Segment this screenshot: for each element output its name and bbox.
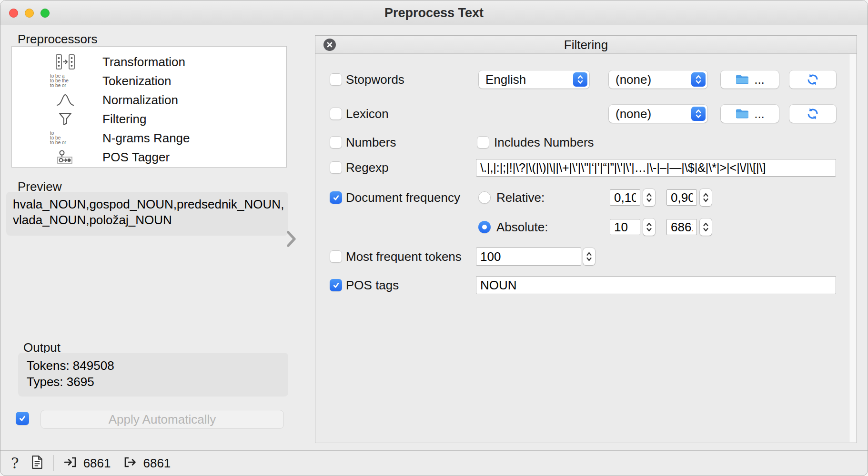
stopwords-file-value: (none): [616, 72, 651, 87]
panel-header: Filtering: [315, 36, 857, 54]
preprocessors-label: Preprocessors: [18, 32, 98, 47]
preview-text-line1: hvala_NOUN,gospod_NOUN,predsednik_NOUN,: [13, 197, 282, 212]
browse-ellipsis: ...: [754, 107, 765, 121]
chevron-updown-icon: [691, 72, 706, 87]
list-item-ngrams-range[interactable]: toto beto be or N-grams Range: [12, 129, 286, 148]
relative-radio[interactable]: [478, 191, 491, 204]
output-tokens: Tokens: 849508: [27, 357, 280, 374]
refresh-icon: [806, 73, 819, 86]
relative-label: Relative:: [496, 190, 545, 205]
close-icon: [327, 42, 333, 48]
output-box: Tokens: 849508 Types: 3695: [18, 353, 288, 397]
most-frequent-tokens-label: Most frequent tokens: [346, 249, 462, 264]
chevron-updown-icon: [691, 107, 706, 121]
absolute-max-spinbox[interactable]: [666, 219, 697, 235]
list-item-pos-tagger[interactable]: POS Tagger: [12, 148, 286, 167]
relative-min-stepper[interactable]: [643, 189, 655, 206]
output-count: 6861: [143, 456, 171, 471]
absolute-max-stepper[interactable]: [700, 218, 712, 236]
close-panel-button[interactable]: [323, 39, 336, 51]
relative-max-spinbox[interactable]: [666, 189, 697, 206]
stepper-arrows-icon: [646, 191, 652, 204]
list-item-label: N-grams Range: [102, 131, 190, 146]
stopwords-reload-button[interactable]: [789, 70, 836, 89]
ngrams-range-icon: toto beto be or: [50, 131, 81, 145]
report-document-icon[interactable]: [31, 455, 43, 471]
includes-numbers-label: Includes Numbers: [494, 135, 594, 150]
regexp-pattern-input[interactable]: [476, 159, 836, 177]
apply-automatically-checkbox[interactable]: [16, 412, 29, 425]
apply-automatically-button[interactable]: Apply Automatically: [40, 410, 284, 429]
lexicon-checkbox[interactable]: [330, 108, 342, 120]
lexicon-reload-button[interactable]: [789, 105, 836, 123]
lexicon-label: Lexicon: [346, 107, 389, 121]
list-item-label: Transformation: [102, 55, 185, 69]
lexicon-file-value: (none): [616, 107, 651, 121]
absolute-label: Absolute:: [496, 220, 548, 235]
status-bar: ? 6861 6861: [0, 450, 868, 476]
filtering-icon: [50, 112, 81, 126]
panel-scrollbar[interactable]: [849, 54, 856, 442]
tokenization-icon: to be ato be theto be or: [50, 74, 81, 88]
list-item-label: Tokenization: [102, 74, 172, 89]
stepper-arrows-icon: [703, 221, 709, 233]
preview-text-line2: vlada_NOUN,položaj_NOUN: [13, 212, 282, 228]
splitter-expand-chevron-icon[interactable]: [286, 231, 297, 249]
panel-title: Filtering: [315, 36, 857, 54]
stopwords-browse-button[interactable]: ...: [721, 70, 779, 89]
list-item-label: POS Tagger: [102, 150, 170, 165]
output-types: Types: 3695: [27, 374, 280, 390]
list-item-filtering[interactable]: Filtering: [12, 109, 286, 129]
lexicon-browse-button[interactable]: ...: [721, 105, 779, 123]
chevron-updown-icon: [573, 72, 587, 87]
pos-tags-label: POS tags: [346, 278, 399, 293]
pos-tags-input[interactable]: [476, 276, 836, 294]
stepper-arrows-icon: [703, 191, 709, 204]
document-frequency-label: Document frequency: [346, 190, 460, 205]
browse-ellipsis: ...: [754, 72, 765, 87]
absolute-radio[interactable]: [478, 221, 491, 233]
list-item-normalization[interactable]: Normalization: [12, 90, 286, 109]
preprocessor-list: Transformation to be ato be theto be or …: [11, 46, 287, 168]
stopwords-language-select[interactable]: English: [479, 70, 589, 89]
lexicon-file-select[interactable]: (none): [609, 105, 707, 123]
relative-max-stepper[interactable]: [700, 189, 712, 206]
folder-icon: [735, 109, 749, 119]
transformation-icon: [50, 54, 81, 70]
numbers-checkbox[interactable]: [330, 136, 342, 149]
normalization-icon: [50, 93, 81, 107]
includes-numbers-checkbox[interactable]: [477, 136, 489, 149]
absolute-min-spinbox[interactable]: [610, 219, 640, 235]
title-bar: Preprocess Text: [0, 0, 868, 25]
stepper-arrows-icon: [586, 250, 592, 263]
stepper-arrows-icon: [646, 221, 652, 233]
input-count: 6861: [83, 456, 111, 471]
stopwords-file-select[interactable]: (none): [609, 70, 707, 89]
preprocess-text-window: Preprocess Text Preprocessors Transforma…: [0, 0, 868, 476]
refresh-icon: [806, 107, 819, 120]
regexp-label: Regexp: [346, 160, 389, 175]
folder-icon: [735, 74, 749, 85]
list-item-label: Filtering: [102, 112, 146, 127]
list-item-transformation[interactable]: Transformation: [12, 52, 286, 71]
numbers-label: Numbers: [346, 135, 396, 150]
filtering-panel: Filtering Stopwords English (none) ...: [315, 35, 857, 443]
most-frequent-tokens-spinbox[interactable]: [476, 248, 581, 266]
pos-tagger-icon: [50, 149, 81, 165]
list-item-tokenization[interactable]: to be ato be theto be or Tokenization: [12, 71, 286, 90]
stopwords-checkbox[interactable]: [330, 73, 342, 86]
list-item-label: Normalization: [102, 93, 178, 108]
most-frequent-tokens-stepper[interactable]: [583, 248, 595, 265]
relative-min-spinbox[interactable]: [610, 189, 640, 206]
window-title: Preprocess Text: [0, 0, 868, 25]
absolute-min-stepper[interactable]: [643, 218, 655, 236]
pos-tags-checkbox[interactable]: [330, 279, 342, 291]
output-count-icon: [123, 456, 137, 471]
regexp-checkbox[interactable]: [330, 161, 342, 174]
preview-box: hvala_NOUN,gospod_NOUN,predsednik_NOUN, …: [6, 192, 288, 236]
statusbar-divider: [53, 455, 54, 471]
input-count-icon: [63, 456, 78, 471]
help-icon[interactable]: ?: [11, 455, 19, 472]
most-frequent-tokens-checkbox[interactable]: [330, 250, 342, 263]
document-frequency-checkbox[interactable]: [330, 191, 342, 204]
